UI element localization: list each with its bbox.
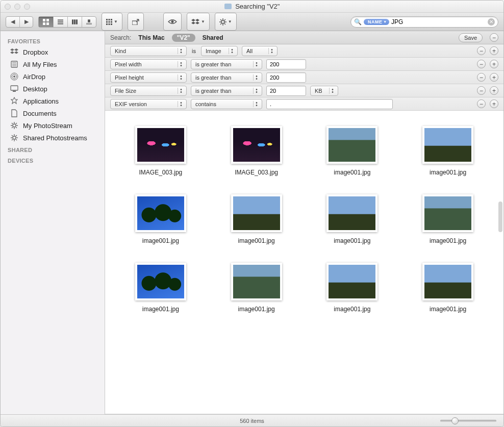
criteria-attribute-select[interactable]: Pixel height <box>110 72 187 83</box>
zoom-knob[interactable] <box>451 417 459 424</box>
sidebar-item-applications[interactable]: Applications <box>1 95 105 107</box>
criteria-attribute-select[interactable]: Pixel width <box>110 59 187 69</box>
svg-line-30 <box>224 23 225 24</box>
add-criteria-button[interactable]: + <box>490 99 498 108</box>
svg-line-50 <box>12 127 13 128</box>
sidebar-item-dropbox[interactable]: Dropbox <box>1 46 105 58</box>
view-columns-button[interactable] <box>67 17 82 27</box>
svg-line-31 <box>224 19 225 20</box>
search-token-name[interactable]: NAME <box>364 19 389 25</box>
svg-rect-2 <box>43 22 45 25</box>
criteria-operator-select[interactable]: is greater than <box>191 72 262 83</box>
add-criteria-button[interactable]: + <box>490 86 498 95</box>
sidebar-item-documents[interactable]: Documents <box>1 107 105 119</box>
sidebar-item-all-my-files[interactable]: All My Files <box>1 58 105 70</box>
action-button[interactable]: ▼ <box>215 13 237 31</box>
save-search-button[interactable]: Save <box>459 33 483 42</box>
remove-criteria-button[interactable]: − <box>477 86 486 95</box>
gear-icon <box>10 121 19 130</box>
dropbox-icon <box>191 19 199 25</box>
remove-criteria-button[interactable]: − <box>477 99 486 108</box>
add-criteria-button[interactable]: + <box>490 60 498 68</box>
scope-shared[interactable]: Shared <box>203 34 223 41</box>
search-field[interactable]: 🔍 NAME ✕ <box>350 16 498 28</box>
result-item[interactable]: IMAGE_003.jpg <box>211 126 302 176</box>
result-item[interactable]: image001.jpg <box>115 263 206 313</box>
thumbnail <box>422 263 473 300</box>
view-icons-button[interactable] <box>39 17 53 27</box>
scope-v2[interactable]: "V2" <box>172 34 195 42</box>
clear-search-button[interactable]: ✕ <box>488 18 495 26</box>
criteria-extra-select[interactable]: All <box>242 46 278 56</box>
svg-rect-1 <box>46 19 49 21</box>
status-text: 560 items <box>240 418 264 424</box>
result-item[interactable]: image001.jpg <box>307 263 398 313</box>
sidebar-item-my-photostream[interactable]: My PhotoStream <box>1 119 105 132</box>
window-body: FAVORITESDropboxAll My FilesAirDropDeskt… <box>1 31 503 414</box>
result-item[interactable]: image001.jpg <box>307 126 398 176</box>
remove-criteria-button[interactable]: − <box>477 46 486 55</box>
criteria-attribute-select[interactable]: EXIF version <box>110 99 187 109</box>
criteria-value-input[interactable] <box>266 86 306 96</box>
quicklook-button[interactable] <box>163 13 182 31</box>
thumbnail <box>326 194 377 232</box>
file-name: image001.jpg <box>430 306 466 313</box>
view-list-button[interactable] <box>53 17 67 27</box>
zoom-slider[interactable] <box>440 417 496 424</box>
chevron-left-icon: ◀ <box>7 17 19 27</box>
criteria-operator-select[interactable]: is greater than <box>191 86 262 96</box>
thumbnail <box>231 263 282 300</box>
svg-rect-18 <box>111 21 112 22</box>
result-item[interactable]: image001.jpg <box>402 194 493 244</box>
criteria-value-input[interactable] <box>266 59 306 69</box>
svg-rect-14 <box>109 19 110 20</box>
criteria-row: File Sizeis greater thanKB−+ <box>105 84 503 97</box>
gear-icon <box>219 18 226 26</box>
criteria-operator-select[interactable]: is greater than <box>191 59 262 69</box>
sidebar-item-airdrop[interactable]: AirDrop <box>1 70 105 83</box>
result-item[interactable]: image001.jpg <box>211 194 302 244</box>
forward-button[interactable]: ▶ <box>19 17 33 27</box>
result-item[interactable]: image001.jpg <box>115 194 206 244</box>
arrange-button[interactable]: ▼ <box>102 13 122 31</box>
criteria-value-input[interactable] <box>266 99 393 109</box>
close-button[interactable] <box>5 4 11 10</box>
result-item[interactable]: image001.jpg <box>211 263 302 313</box>
remove-criteria-button[interactable]: − <box>477 60 486 68</box>
sidebar-item-label: Shared Photostreams <box>23 134 87 142</box>
result-item[interactable]: image001.jpg <box>307 194 398 244</box>
svg-point-24 <box>221 20 224 23</box>
sidebar-header: FAVORITES <box>1 35 105 46</box>
sidebar-item-desktop[interactable]: Desktop <box>1 83 105 95</box>
dropbox-button[interactable]: ▼ <box>187 13 210 31</box>
add-criteria-button[interactable]: + <box>490 46 498 55</box>
criteria-attribute-select[interactable]: File Size <box>110 86 187 96</box>
remove-scope-button[interactable]: − <box>490 33 498 42</box>
criteria-attribute-select[interactable]: Kind <box>110 46 187 56</box>
result-item[interactable]: image001.jpg <box>402 126 493 176</box>
view-coverflow-button[interactable] <box>82 17 96 27</box>
chevron-down-icon: ▼ <box>201 20 205 24</box>
back-button[interactable]: ◀ <box>6 17 19 27</box>
criteria-value-select[interactable]: Image <box>201 46 238 56</box>
scrollbar-thumb[interactable] <box>498 202 502 232</box>
remove-criteria-button[interactable]: − <box>477 73 486 82</box>
share-icon <box>132 19 139 25</box>
zoom-button[interactable] <box>24 4 30 10</box>
search-input[interactable] <box>391 18 486 26</box>
main-pane: Search: This Mac "V2" Shared Save − Kind… <box>105 31 503 414</box>
result-item[interactable]: IMAGE_003.jpg <box>115 126 206 176</box>
scope-this-mac[interactable]: This Mac <box>138 34 164 41</box>
svg-rect-3 <box>46 22 49 25</box>
results-area[interactable]: IMAGE_003.jpgIMAGE_003.jpgimage001.jpgim… <box>105 111 503 414</box>
result-item[interactable]: image001.jpg <box>402 263 493 313</box>
criteria-operator-select[interactable]: contains <box>191 99 262 109</box>
criteria-unit-select[interactable]: KB <box>310 86 338 96</box>
add-criteria-button[interactable]: + <box>490 73 498 82</box>
sidebar-item-shared-photostreams[interactable]: Shared Photostreams <box>1 132 105 144</box>
minimize-button[interactable] <box>14 4 20 10</box>
svg-rect-41 <box>13 91 16 92</box>
share-button[interactable] <box>128 13 144 31</box>
criteria-value-input[interactable] <box>266 72 306 83</box>
svg-rect-4 <box>58 19 63 20</box>
